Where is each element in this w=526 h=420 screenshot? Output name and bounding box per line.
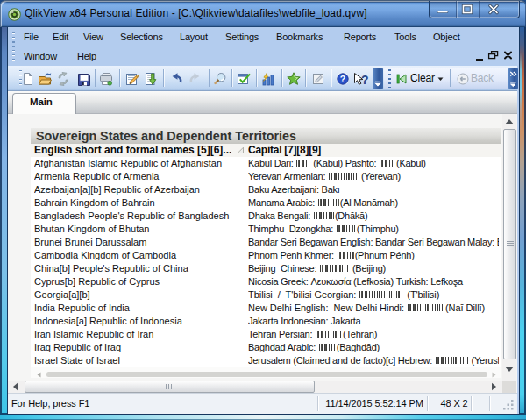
svg-text:?: ? [340,74,345,84]
